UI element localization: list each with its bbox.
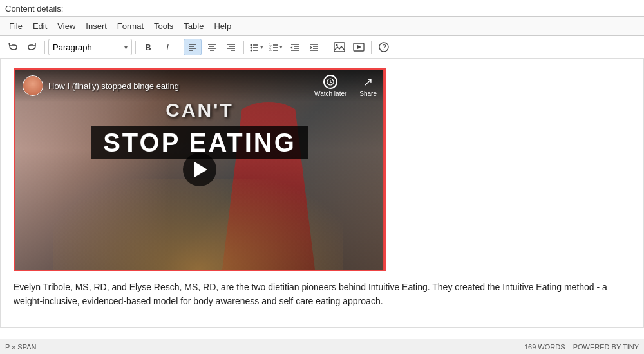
menu-tools[interactable]: Tools bbox=[149, 19, 178, 33]
video-title: How I (finally) stopped binge eating bbox=[48, 81, 179, 91]
menu-format[interactable]: Format bbox=[112, 19, 149, 33]
separator-1 bbox=[44, 41, 45, 54]
menu-view[interactable]: View bbox=[52, 19, 80, 33]
menu-table[interactable]: Table bbox=[178, 19, 209, 33]
align-center-icon bbox=[207, 42, 217, 52]
toolbar: Paragraph ▾ B I bbox=[0, 36, 644, 59]
status-path-text: P » SPAN bbox=[5, 343, 37, 351]
bold-icon: B bbox=[145, 43, 151, 52]
align-right-icon bbox=[226, 42, 236, 52]
insert-media-icon bbox=[353, 42, 365, 52]
indent-icon bbox=[309, 42, 319, 52]
italic-icon: I bbox=[166, 43, 169, 52]
share-button[interactable]: ↗ Share bbox=[359, 75, 377, 97]
numbered-list-arrow: ▾ bbox=[279, 44, 283, 50]
paragraph-format-select[interactable]: Paragraph ▾ bbox=[48, 39, 132, 55]
word-count: 169 WORDS bbox=[524, 343, 565, 351]
align-right-button[interactable] bbox=[222, 39, 240, 55]
menu-insert[interactable]: Insert bbox=[80, 19, 112, 33]
menu-bar: File Edit View Insert Format Tools Table… bbox=[0, 16, 644, 36]
numbered-list-icon: 1. 2. 3. bbox=[269, 42, 279, 52]
indent-button[interactable] bbox=[305, 39, 323, 55]
status-bar: P » SPAN 169 WORDS POWERED BY TINY bbox=[0, 339, 644, 354]
outdent-icon bbox=[290, 42, 300, 52]
watch-later-label: Watch later bbox=[314, 90, 346, 97]
undo-icon bbox=[8, 42, 18, 52]
watch-later-button[interactable]: Watch later bbox=[314, 75, 346, 97]
svg-marker-35 bbox=[357, 45, 361, 49]
svg-point-14 bbox=[251, 50, 252, 52]
bullet-list-arrow: ▾ bbox=[260, 44, 263, 50]
paragraph-select-text: Paragraph bbox=[53, 43, 120, 52]
status-info: 169 WORDS POWERED BY TINY bbox=[524, 343, 639, 351]
svg-text:?: ? bbox=[383, 43, 386, 51]
bold-button[interactable]: B bbox=[139, 39, 157, 55]
align-left-icon bbox=[187, 42, 198, 52]
menu-edit[interactable]: Edit bbox=[28, 19, 52, 33]
video-play-button[interactable] bbox=[183, 153, 216, 186]
svg-point-33 bbox=[336, 44, 338, 46]
chevron-down-icon: ▾ bbox=[124, 44, 128, 51]
powered-by: POWERED BY TINY bbox=[573, 343, 639, 351]
svg-point-13 bbox=[251, 47, 252, 49]
menu-help[interactable]: Help bbox=[209, 19, 236, 33]
content-details-label: Content details: bbox=[0, 0, 644, 16]
separator-5 bbox=[327, 41, 327, 54]
separator-2 bbox=[135, 41, 136, 54]
svg-rect-32 bbox=[334, 43, 345, 52]
separator-6 bbox=[371, 41, 372, 54]
help-icon: ? bbox=[379, 42, 389, 52]
watch-later-icon bbox=[323, 75, 337, 89]
undo-button[interactable] bbox=[4, 39, 22, 55]
menu-file[interactable]: File bbox=[4, 19, 28, 33]
align-center-button[interactable] bbox=[203, 39, 221, 55]
align-left-button[interactable] bbox=[184, 39, 202, 55]
svg-text:3.: 3. bbox=[269, 48, 272, 52]
video-embed[interactable]: How I (finally) stopped binge eating Wat… bbox=[14, 68, 386, 271]
editor-area: How I (finally) stopped binge eating Wat… bbox=[0, 59, 644, 328]
insert-media-button[interactable] bbox=[350, 39, 368, 55]
italic-button[interactable]: I bbox=[158, 39, 176, 55]
numbered-list-button[interactable]: 1. 2. 3. ▾ bbox=[267, 39, 285, 55]
separator-4 bbox=[243, 41, 244, 54]
content-paragraph: Evelyn Tribole, MS, RD, and Elyse Resch,… bbox=[14, 280, 630, 309]
redo-icon bbox=[27, 42, 37, 52]
video-cant-text: CAN'T bbox=[15, 99, 384, 121]
share-icon: ↗ bbox=[363, 75, 373, 89]
video-border-indicator bbox=[383, 70, 384, 270]
share-label: Share bbox=[359, 90, 377, 97]
separator-3 bbox=[180, 41, 180, 54]
video-channel-avatar bbox=[23, 75, 43, 96]
bullet-list-button[interactable]: ▾ bbox=[247, 39, 265, 55]
help-button[interactable]: ? bbox=[375, 39, 393, 55]
play-triangle-icon bbox=[194, 162, 207, 177]
status-path: P » SPAN bbox=[5, 343, 37, 351]
svg-point-12 bbox=[251, 44, 252, 46]
insert-image-button[interactable] bbox=[330, 39, 348, 55]
outdent-button[interactable] bbox=[286, 39, 304, 55]
insert-image-icon bbox=[334, 42, 345, 52]
bullet-list-icon bbox=[249, 42, 260, 52]
video-actions: Watch later ↗ Share bbox=[314, 75, 377, 97]
redo-button[interactable] bbox=[23, 39, 41, 55]
